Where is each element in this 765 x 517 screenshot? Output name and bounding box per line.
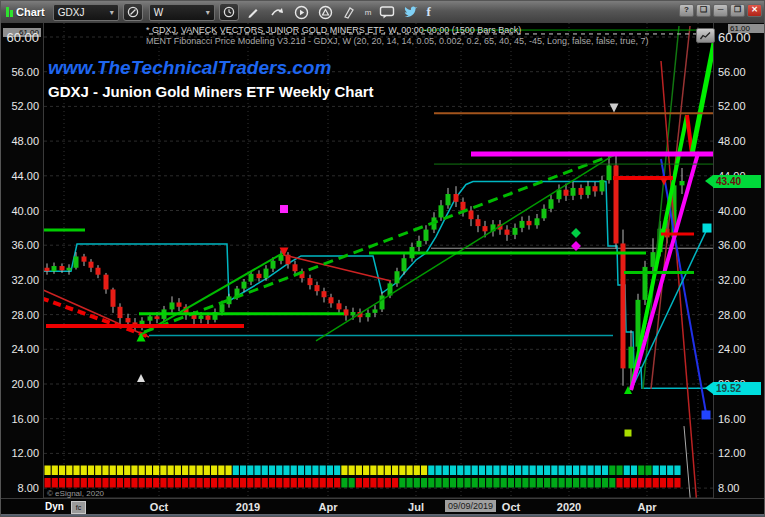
price-label: 52.00 xyxy=(11,100,39,112)
mini-chart-button[interactable] xyxy=(696,28,715,43)
symbol-value: GDXJ xyxy=(58,7,85,18)
play-circle-icon xyxy=(294,5,309,20)
compass-icon xyxy=(127,6,139,18)
interval-value: W xyxy=(154,7,163,18)
price-label: 12.00 xyxy=(11,447,39,459)
price-label: 28.00 xyxy=(718,309,746,321)
date-label: Apr xyxy=(319,501,338,513)
signal-strips xyxy=(45,466,681,488)
date-tooltip: 09/09/2019 xyxy=(445,500,496,512)
price-label: 60.00 xyxy=(718,30,751,45)
price-label: 28.00 xyxy=(11,309,39,321)
price-label: 48.00 xyxy=(11,135,39,147)
interval-select[interactable]: W ▾ xyxy=(149,4,215,21)
stop-price-tag: 19.52 xyxy=(713,382,761,395)
dyn-label[interactable]: Dyn xyxy=(45,501,64,512)
window-controls: ? ❏ ─ ❐ ✕ xyxy=(679,4,762,17)
pencil-icon xyxy=(246,5,260,19)
titlebar: Chart GDXJ ▾ W ▾ xyxy=(1,1,765,23)
chevron-down-icon: ▾ xyxy=(110,8,114,17)
chevron-down-icon: ▾ xyxy=(206,8,210,17)
marker-tool[interactable] xyxy=(341,4,358,21)
chart-title: GDXJ - Junion Gold Miners ETF Weekly Cha… xyxy=(48,83,374,100)
price-label: 24.00 xyxy=(718,343,746,355)
minimize-button[interactable]: ─ xyxy=(713,4,728,17)
watermark-link[interactable]: www.TheTechnicalTraders.com xyxy=(48,57,331,79)
price-label: 24.00 xyxy=(11,343,39,355)
price-label: 44.00 xyxy=(11,170,39,182)
symbol-select[interactable]: GDXJ ▾ xyxy=(53,4,119,21)
chat-bubble-icon xyxy=(379,5,395,20)
facebook-share[interactable]: f xyxy=(426,4,430,20)
bars-icon xyxy=(6,7,13,17)
support-lines xyxy=(149,248,713,335)
m-tool[interactable]: m xyxy=(365,8,372,17)
price-label: 36.00 xyxy=(718,239,746,251)
marker-pen-icon xyxy=(342,5,356,19)
price-label: 8.00 xyxy=(718,482,739,494)
date-label: Oct xyxy=(502,501,520,513)
app-window: Chart GDXJ ▾ W ▾ xyxy=(0,0,765,517)
compass-button[interactable] xyxy=(123,3,143,21)
date-label: Oct xyxy=(150,501,168,513)
chart-descriptor: * GDXJ, VANECK VECTORS JUNIOR GOLD MINER… xyxy=(146,25,521,35)
pencil-tool[interactable] xyxy=(245,4,262,21)
price-label: 40.00 xyxy=(718,205,746,217)
price-axis-left[interactable]: 61.00 60.0056.0052.0048.0044.0040.0036.0… xyxy=(1,23,44,514)
price-label: 16.00 xyxy=(11,413,39,425)
date-label: 2019 xyxy=(236,501,260,513)
price-label: 52.00 xyxy=(718,100,746,112)
candlesticks xyxy=(45,153,685,388)
play-tool[interactable] xyxy=(293,4,310,21)
close-button[interactable]: ✕ xyxy=(747,4,762,17)
price-label: 32.00 xyxy=(11,274,39,286)
date-label: 2020 xyxy=(557,501,581,513)
study-descriptor: MENT Fibonacci Price Modeling V3.21d - G… xyxy=(146,36,649,46)
price-label: 32.00 xyxy=(718,274,746,286)
price-label: 12.00 xyxy=(718,447,746,459)
mini-chart-icon xyxy=(700,32,711,40)
price-label: 8.00 xyxy=(18,482,39,494)
date-label: Apr xyxy=(638,501,657,513)
chart-app-icon: Chart xyxy=(6,6,45,18)
last-price-tag: 43.40 xyxy=(713,175,761,188)
price-label: 40.00 xyxy=(11,205,39,217)
clock-icon xyxy=(223,6,235,18)
curve-arrow-icon xyxy=(270,5,285,19)
date-axis[interactable]: Dyn fc 09/09/2019 Oct2019AprJulOct2020Ap… xyxy=(1,498,765,515)
twitter-icon xyxy=(403,5,419,19)
price-label: 20.00 xyxy=(11,378,39,390)
trailing-stop-line xyxy=(44,182,713,389)
alert-tool[interactable] xyxy=(317,4,334,21)
price-axis-right[interactable]: 61.00 60.0056.0052.0048.0044.0040.0036.0… xyxy=(713,23,765,514)
app-title: Chart xyxy=(16,6,45,18)
copyright-label: © eSignal, 2020 xyxy=(47,489,104,498)
twitter-share[interactable] xyxy=(402,4,419,21)
triangle-circle-icon xyxy=(318,5,333,20)
signal-markers xyxy=(137,103,712,436)
date-label: Jul xyxy=(408,501,424,513)
price-label: 56.00 xyxy=(718,66,746,78)
curve-tool[interactable] xyxy=(269,4,286,21)
price-label: 56.00 xyxy=(11,66,39,78)
restore-button[interactable]: ❏ xyxy=(696,4,711,17)
price-label: 48.00 xyxy=(718,135,746,147)
chat-tool[interactable] xyxy=(378,4,395,21)
price-label: 36.00 xyxy=(11,239,39,251)
price-label: 16.00 xyxy=(718,413,746,425)
maximize-button[interactable]: ❐ xyxy=(730,4,745,17)
help-button[interactable]: ? xyxy=(679,4,694,17)
dyn-mode-icon[interactable]: fc xyxy=(71,501,86,514)
price-label: 60.00 xyxy=(6,30,39,45)
clock-button[interactable] xyxy=(219,3,239,21)
